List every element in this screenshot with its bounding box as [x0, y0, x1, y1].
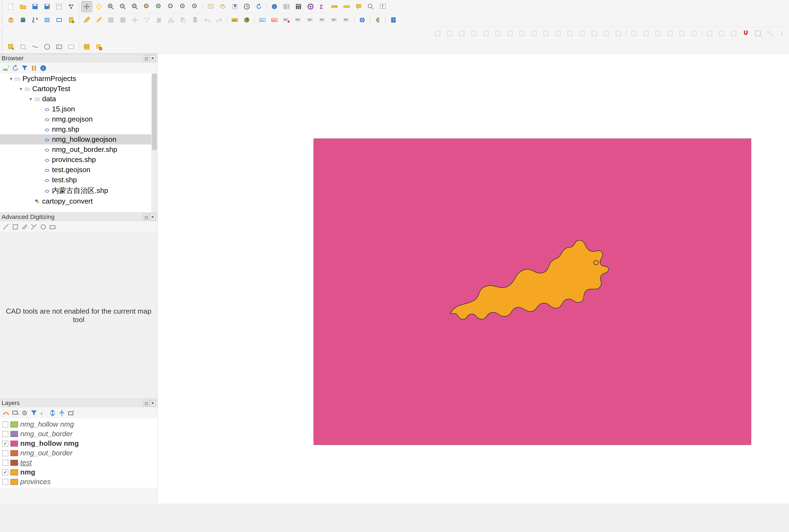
- add-feature-icon[interactable]: [117, 15, 128, 25]
- label-move-icon[interactable]: abc: [317, 15, 328, 25]
- cut-icon[interactable]: [166, 15, 176, 25]
- map-canvas[interactable]: [158, 54, 789, 504]
- select-freehand-icon[interactable]: [30, 41, 40, 52]
- zoom-native-icon[interactable]: 1:1: [166, 1, 176, 12]
- tree-item[interactable]: cartopy_convert: [0, 196, 157, 206]
- refresh-icon[interactable]: [12, 64, 19, 72]
- tree-item[interactable]: ▾ PycharmProjects: [0, 74, 157, 84]
- move-feature-icon[interactable]: [129, 15, 140, 25]
- tree-item[interactable]: test.geojson: [0, 165, 157, 175]
- open-data-source-icon[interactable]: [5, 15, 16, 25]
- new-3d-map-view-icon[interactable]: [217, 1, 228, 12]
- label-pin-icon[interactable]: abc: [281, 15, 292, 25]
- annotation-icon[interactable]: [365, 1, 376, 12]
- refresh-icon[interactable]: [253, 1, 264, 12]
- new-project-icon[interactable]: [5, 1, 16, 12]
- tree-item[interactable]: nmg.geojson: [0, 114, 157, 124]
- panel-undock-icon[interactable]: ◫: [143, 55, 149, 61]
- label-abc-icon[interactable]: abc: [229, 15, 240, 25]
- manage-visibility-icon[interactable]: [21, 409, 28, 417]
- layer-row[interactable]: nmg_out_border: [0, 429, 157, 439]
- deselect-icon[interactable]: [93, 41, 104, 52]
- collapse-all-icon[interactable]: [30, 64, 38, 72]
- add-group-icon[interactable]: +: [12, 409, 19, 417]
- panel-undock-icon[interactable]: ◫: [143, 214, 149, 220]
- filter-icon[interactable]: [21, 64, 28, 72]
- open-project-icon[interactable]: [18, 1, 28, 12]
- add-layer-icon[interactable]: +: [2, 64, 10, 72]
- new-spatialite-icon[interactable]: [42, 15, 53, 25]
- label-abc-blue-icon[interactable]: abc: [257, 15, 268, 25]
- layer-visibility-checkbox[interactable]: ✓: [2, 441, 8, 446]
- tree-item[interactable]: nmg_hollow.geojson: [0, 134, 157, 145]
- new-map-view-icon[interactable]: [205, 1, 216, 12]
- delete-selected-icon[interactable]: [153, 15, 165, 25]
- label-abc-red-icon[interactable]: abc: [269, 15, 280, 25]
- style-manager-icon[interactable]: [66, 1, 77, 12]
- save-icon[interactable]: [30, 1, 40, 12]
- layer-visibility-checkbox[interactable]: [2, 421, 8, 428]
- select-expression-icon[interactable]: [66, 41, 77, 52]
- panel-close-icon[interactable]: ✕: [150, 400, 156, 406]
- label-show-icon[interactable]: abc: [305, 15, 316, 25]
- python-icon[interactable]: [372, 15, 383, 25]
- new-memory-layer-icon[interactable]: [66, 15, 77, 25]
- tree-toggle-icon[interactable]: ▾: [28, 96, 33, 102]
- properties-icon[interactable]: i: [39, 64, 47, 72]
- layer-row[interactable]: nmg_out_border: [0, 448, 157, 458]
- panel-close-icon[interactable]: ✕: [150, 55, 156, 61]
- panel-undock-icon[interactable]: ◫: [143, 400, 149, 406]
- current-edits-icon[interactable]: [93, 15, 104, 25]
- layer-visibility-checkbox[interactable]: [2, 450, 8, 456]
- tree-item[interactable]: 15.json: [0, 104, 157, 114]
- zoom-last-icon[interactable]: [177, 1, 189, 12]
- redo-icon[interactable]: [214, 15, 225, 25]
- label-change-icon[interactable]: abc: [341, 15, 352, 25]
- toggle-editing-icon[interactable]: [81, 15, 92, 25]
- tree-item[interactable]: nmg.shp: [0, 124, 157, 134]
- zoom-next-icon[interactable]: [190, 1, 200, 12]
- zoom-selection-icon[interactable]: [141, 1, 152, 12]
- layer-row[interactable]: nmg_hollow nmg: [0, 419, 157, 429]
- tree-item[interactable]: nmg_out_border.shp: [0, 145, 157, 155]
- node-tool-icon[interactable]: [141, 15, 152, 25]
- collapse-all-icon[interactable]: [58, 409, 66, 417]
- form-view-icon[interactable]: [81, 41, 92, 52]
- toolbox-icon[interactable]: [305, 1, 316, 12]
- open-table-icon[interactable]: [281, 1, 292, 12]
- new-virtual-layer-icon[interactable]: [54, 15, 64, 25]
- measure-area-icon[interactable]: [341, 1, 352, 12]
- save-edits-icon[interactable]: [105, 15, 116, 25]
- layer-row[interactable]: provinces: [0, 477, 157, 487]
- tree-item[interactable]: provinces.shp: [0, 155, 157, 165]
- new-bookmark-icon[interactable]: [229, 1, 240, 12]
- layers-list[interactable]: nmg_hollow nmg nmg_out_border✓ nmg_hollo…: [0, 418, 157, 488]
- field-calc-icon[interactable]: [293, 1, 304, 12]
- layer-styling-icon[interactable]: [2, 409, 10, 417]
- new-shapefile-icon[interactable]: [30, 15, 40, 25]
- identify-icon[interactable]: i: [269, 1, 280, 12]
- layer-visibility-checkbox[interactable]: [2, 460, 8, 466]
- tree-toggle-icon[interactable]: ▾: [18, 86, 23, 92]
- copy-icon[interactable]: [177, 15, 189, 25]
- label-unpin-icon[interactable]: abc: [293, 15, 304, 25]
- layer-visibility-checkbox[interactable]: [2, 479, 8, 485]
- filter-legend-icon[interactable]: [30, 409, 38, 417]
- select-value-icon[interactable]: ε: [54, 41, 64, 52]
- layer-row[interactable]: ✓ nmg_hollow nmg: [0, 439, 157, 448]
- browser-tree[interactable]: ▾ PycharmProjects▾ CartopyTest▾ data 15.…: [0, 74, 157, 212]
- expand-all-icon[interactable]: [49, 409, 56, 417]
- zoom-layer-icon[interactable]: [153, 1, 165, 12]
- diagram-icon[interactable]: [241, 15, 252, 25]
- select-radius-icon[interactable]: [42, 41, 53, 52]
- new-print-layout-icon[interactable]: [54, 1, 64, 12]
- tree-toggle-icon[interactable]: ▾: [8, 76, 14, 82]
- measure-icon[interactable]: [329, 1, 340, 12]
- text-annotation-icon[interactable]: T: [377, 1, 388, 12]
- zoom-out-icon[interactable]: [117, 1, 128, 12]
- remove-layer-icon[interactable]: −: [67, 409, 75, 417]
- zoom-in-icon[interactable]: [105, 1, 116, 12]
- select-features-icon[interactable]: [5, 41, 16, 52]
- help-icon[interactable]: ?: [388, 15, 399, 25]
- snapping-magnet-icon[interactable]: [740, 28, 751, 39]
